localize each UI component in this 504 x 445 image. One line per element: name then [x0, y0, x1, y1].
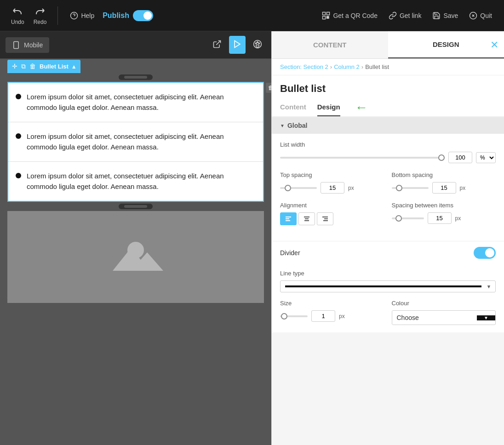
qr-code-button[interactable]: Get a QR Code [317, 9, 382, 23]
colour-col: Colour Choose ▼ [392, 300, 496, 325]
alignment-spacing-row: Alignment [280, 202, 496, 225]
list-width-control: % px [280, 152, 496, 163]
align-center-button[interactable] [298, 212, 315, 225]
bottom-spacing-col: Bottom spacing px [392, 171, 496, 194]
breadcrumb-element: Bullet list [365, 63, 389, 70]
svg-point-14 [258, 43, 260, 44]
redo-button[interactable]: Redo [30, 4, 51, 27]
breadcrumb: Section: Section 2 › Column 2 › Bullet l… [272, 59, 504, 75]
get-link-button[interactable]: Get link [384, 9, 426, 23]
save-button[interactable]: Save [428, 9, 463, 23]
palette-button[interactable] [249, 36, 266, 54]
panel-title-text: Bullet list [280, 83, 326, 94]
spacing-items-label: Spacing between items [392, 202, 496, 209]
alignment-col: Alignment [280, 202, 384, 225]
quit-button[interactable]: Quit [464, 9, 497, 23]
bullet-dot [16, 133, 21, 139]
preview-button[interactable] [229, 36, 246, 54]
svg-point-13 [257, 42, 258, 43]
quit-label: Quit [480, 12, 492, 19]
external-link-button[interactable] [209, 36, 225, 54]
qr-label: Get a QR Code [333, 12, 378, 19]
list-item: Lorem ipsum dolor sit amet, consectetuer… [8, 122, 263, 162]
divider-1 [57, 6, 58, 25]
spacing-row: Top spacing px Bottom spacing px [280, 171, 496, 194]
delete-item-button[interactable]: 🗑 [266, 83, 271, 93]
inner-tabs: Content Design ← [272, 98, 504, 117]
colour-chooser: Choose ▼ [392, 310, 496, 325]
svg-rect-1 [323, 12, 326, 15]
size-input[interactable] [311, 310, 335, 322]
canvas-content: ✛ ⧉ 🗑 Bullet List ▲ 🗑 [0, 59, 271, 308]
add-bottom-area [7, 202, 264, 211]
publish-label: Publish [103, 11, 129, 20]
undo-label: Undo [11, 19, 24, 25]
list-item: Lorem ipsum dolor sit amet, consectetuer… [8, 162, 263, 201]
publish-toggle[interactable] [133, 10, 153, 21]
help-label: Help [81, 12, 94, 19]
copy-icon[interactable]: ⧉ [20, 62, 27, 71]
align-right-button[interactable] [317, 212, 333, 225]
svg-line-9 [216, 41, 220, 45]
line-type-preview [285, 285, 481, 287]
get-link-label: Get link [400, 12, 421, 19]
bottom-spacing-unit: px [460, 185, 468, 191]
svg-rect-7 [14, 41, 19, 48]
breadcrumb-section[interactable]: Section: Section 2 [280, 63, 328, 70]
breadcrumb-column[interactable]: Column 2 [334, 63, 360, 70]
spacing-items-col: Spacing between items px [392, 202, 496, 225]
spacing-items-slider[interactable] [392, 217, 424, 219]
svg-rect-3 [323, 16, 326, 19]
main-area: Mobile [0, 31, 504, 445]
top-spacing-slider[interactable] [280, 187, 317, 189]
divider-toggle[interactable] [474, 247, 496, 259]
divider-label: Divider [280, 249, 300, 257]
colour-swatch[interactable]: ▼ [477, 315, 495, 320]
collapse-icon: ▼ [280, 123, 285, 128]
choose-label: Choose [392, 311, 477, 325]
gray-placeholder [7, 211, 264, 303]
right-panel: CONTENT DESIGN ✕ Section: Section 2 › Co… [271, 31, 504, 445]
mobile-button[interactable]: Mobile [6, 37, 49, 53]
close-panel-button[interactable]: ✕ [490, 39, 498, 51]
save-label: Save [443, 12, 458, 19]
list-width-unit[interactable]: % px [476, 152, 496, 163]
add-below-button[interactable] [119, 204, 153, 209]
align-left-button[interactable] [280, 212, 297, 225]
line-type-row: ▼ [280, 280, 496, 300]
top-spacing-unit: px [348, 185, 356, 191]
list-width-label: List width [280, 141, 496, 148]
list-width-input[interactable] [448, 152, 472, 163]
list-item: Lorem ipsum dolor sit amet, consectetuer… [8, 83, 263, 122]
inner-tab-content[interactable]: Content [280, 98, 306, 116]
svg-rect-2 [327, 12, 330, 15]
top-spacing-input[interactable] [321, 182, 344, 194]
widget-collapse-icon[interactable]: ▲ [71, 63, 77, 70]
inner-tab-design[interactable]: Design [317, 98, 340, 116]
canvas-toolbar: Mobile [0, 31, 271, 59]
bottom-spacing-slider[interactable] [392, 187, 429, 189]
undo-button[interactable]: Undo [7, 4, 28, 27]
list-width-slider[interactable] [280, 157, 445, 159]
help-button[interactable]: Help [65, 9, 99, 23]
line-type-label: Line type [280, 270, 496, 277]
panel-title: Bullet list [272, 75, 504, 98]
tab-design-label: DESIGN [433, 40, 459, 48]
spacing-items-input[interactable] [428, 212, 452, 224]
tab-design[interactable]: DESIGN [388, 31, 504, 58]
size-slider[interactable] [280, 315, 308, 317]
bottom-spacing-input[interactable] [432, 182, 456, 194]
widget-header-icons: ✛ ⧉ 🗑 [11, 62, 37, 71]
bottom-spacing-label: Bottom spacing [392, 171, 496, 178]
spacing-items-unit: px [455, 215, 464, 222]
line-type-dropdown[interactable] [280, 280, 496, 292]
add-above-button[interactable] [119, 74, 153, 80]
panel-body: ▼ Global List width % px [272, 117, 504, 445]
swatch-arrow-icon: ▼ [484, 315, 488, 320]
delete-icon[interactable]: 🗑 [29, 62, 37, 71]
top-spacing-control: px [280, 182, 384, 194]
move-icon[interactable]: ✛ [11, 62, 18, 71]
tab-content[interactable]: CONTENT [272, 31, 388, 58]
undo-redo-group: Undo Redo [7, 4, 50, 27]
section-global-header[interactable]: ▼ Global [272, 117, 504, 134]
